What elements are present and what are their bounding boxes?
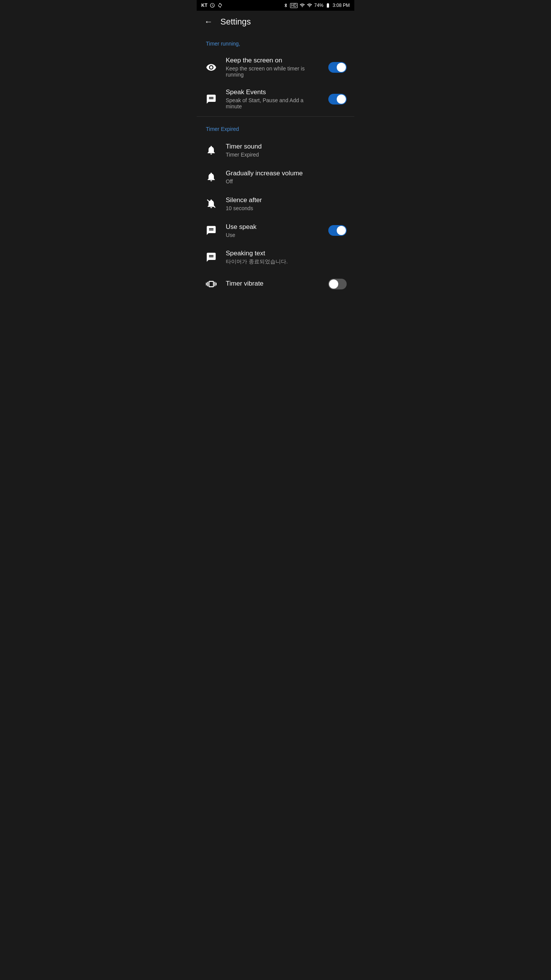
timer-vibrate-toggle[interactable] [328, 279, 347, 289]
time: 3:08 PM [333, 3, 350, 8]
signal-icon [307, 3, 312, 8]
gradually-increase-text: Gradually increase volume Off [226, 170, 347, 185]
vibrate-icon [204, 277, 218, 291]
section-timer-running: Timer running, [197, 33, 354, 51]
toggle-knob [337, 95, 346, 104]
gradually-increase-title: Gradually increase volume [226, 170, 347, 177]
toggle-keep-screen[interactable] [328, 62, 347, 73]
wifi-icon [300, 3, 305, 8]
status-right: HD 74% 3:08 PM [284, 3, 350, 8]
silence-after-item[interactable]: Silence after 10 seconds [197, 190, 354, 217]
toggle-use-speak[interactable] [328, 225, 347, 236]
section-divider [197, 116, 354, 117]
toggle-knob [337, 63, 346, 72]
bell-volume-icon [204, 170, 218, 184]
speaking-text-title: Speaking text [226, 250, 347, 257]
keep-screen-on-title: Keep the screen on [226, 57, 321, 64]
use-speak-title: Use speak [226, 223, 321, 231]
timer-sound-subtitle: Timer Expired [226, 152, 347, 158]
timer-sound-title: Timer sound [226, 143, 347, 150]
speaking-text-icon [204, 250, 218, 264]
timer-sound-text: Timer sound Timer Expired [226, 143, 347, 158]
header: ← Settings [197, 11, 354, 33]
timer-vibrate-title: Timer vibrate [226, 280, 321, 287]
keep-screen-on-toggle[interactable] [328, 62, 347, 73]
use-speak-item[interactable]: Use speak Use [197, 217, 354, 244]
section-timer-expired: Timer Expired [197, 118, 354, 137]
speak-events-item[interactable]: Speak Events Speak of Start, Pause and A… [197, 83, 354, 115]
alarm-icon [210, 3, 215, 8]
battery-icon [325, 3, 331, 8]
speaking-text-text: Speaking text 타이머가 종료되었습니다. [226, 250, 347, 265]
status-left: KT [201, 3, 223, 8]
use-speak-icon [204, 224, 218, 237]
toggle-knob [337, 226, 346, 235]
speaking-text-item[interactable]: Speaking text 타이머가 종료되었습니다. [197, 244, 354, 271]
use-speak-subtitle: Use [226, 232, 321, 238]
speak-events-subtitle: Speak of Start, Pause and Add a minute [226, 97, 321, 109]
keep-screen-on-item[interactable]: Keep the screen on Keep the screen on wh… [197, 51, 354, 83]
silence-after-subtitle: 10 seconds [226, 205, 347, 211]
timer-vibrate-item[interactable]: Timer vibrate [197, 271, 354, 297]
timer-sound-item[interactable]: Timer sound Timer Expired [197, 137, 354, 163]
battery-level: 74% [314, 3, 323, 8]
gradually-increase-item[interactable]: Gradually increase volume Off [197, 163, 354, 190]
bell-icon [204, 143, 218, 157]
speak-events-title: Speak Events [226, 88, 321, 96]
use-speak-toggle[interactable] [328, 225, 347, 236]
speak-events-text: Speak Events Speak of Start, Pause and A… [226, 88, 321, 109]
speak-events-toggle[interactable] [328, 94, 347, 105]
toggle-speak-events[interactable] [328, 94, 347, 105]
carrier: KT [201, 3, 207, 8]
bell-off-icon [204, 197, 218, 211]
bluetooth-icon [284, 3, 288, 8]
keep-screen-on-subtitle: Keep the screen on while timer is runnin… [226, 65, 321, 78]
page-title: Settings [220, 17, 251, 27]
speaking-text-subtitle: 타이머가 종료되었습니다. [226, 258, 347, 265]
back-button[interactable]: ← [204, 17, 213, 27]
toggle-timer-vibrate[interactable] [328, 279, 347, 289]
silence-after-title: Silence after [226, 196, 347, 204]
silence-after-text: Silence after 10 seconds [226, 196, 347, 211]
speak-icon [204, 92, 218, 106]
toggle-knob [329, 279, 338, 289]
gradually-increase-subtitle: Off [226, 178, 347, 185]
eye-icon [204, 60, 218, 74]
timer-vibrate-text: Timer vibrate [226, 280, 321, 289]
sync-icon [217, 3, 223, 8]
hd-badge: HD [290, 3, 298, 8]
use-speak-text: Use speak Use [226, 223, 321, 238]
status-bar: KT HD 74% 3:08 PM [197, 0, 354, 11]
keep-screen-on-text: Keep the screen on Keep the screen on wh… [226, 57, 321, 78]
